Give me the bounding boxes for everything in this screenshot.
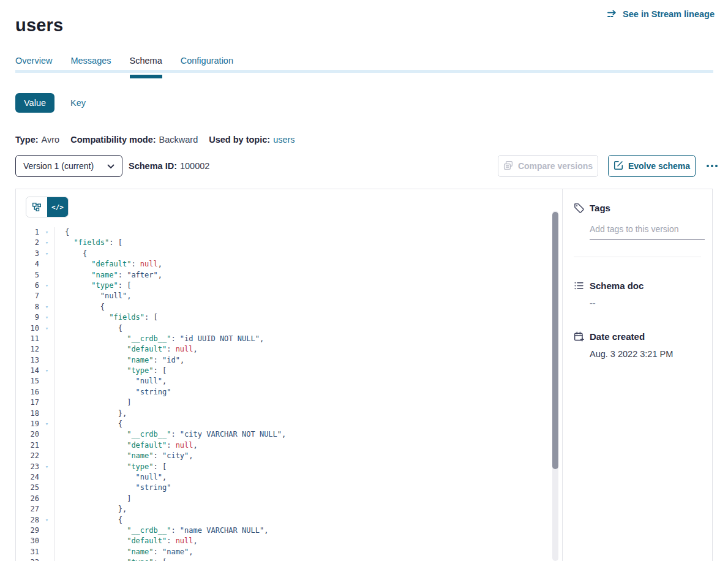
line-number: 6 — [16, 280, 39, 291]
date-created-heading: Date created — [590, 331, 645, 342]
version-select[interactable]: Version 1 (current) — [15, 155, 122, 177]
fold-toggle-icon — [39, 440, 54, 451]
code-text: "name": "name", — [54, 547, 552, 557]
code-line: 24 "null", — [16, 472, 552, 483]
code-text: "default": null, — [54, 440, 552, 451]
fold-toggle-icon[interactable]: ▾ — [39, 323, 54, 334]
fold-toggle-icon[interactable]: ▾ — [39, 280, 54, 291]
schema-doc-icon — [574, 280, 584, 291]
code-line: 3▾ { — [16, 249, 552, 259]
fold-toggle-icon[interactable]: ▾ — [39, 312, 54, 323]
code-line: 29 "__crdb__": "name VARCHAR NULL", — [16, 525, 552, 536]
code-line: 10▾ { — [16, 323, 552, 334]
topic-link[interactable]: users — [273, 135, 295, 145]
add-tags-input[interactable] — [590, 223, 705, 239]
line-number: 23 — [16, 462, 39, 472]
tab-underline-track — [15, 70, 713, 73]
line-number: 10 — [16, 323, 39, 334]
code-text: }, — [54, 504, 552, 514]
line-number: 13 — [16, 355, 39, 366]
fold-toggle-icon — [39, 376, 54, 386]
code-text: "name": "id", — [54, 355, 552, 366]
fold-toggle-icon[interactable]: ▾ — [39, 419, 54, 429]
sidebar-divider — [574, 257, 701, 257]
schema-doc-heading: Schema doc — [590, 280, 644, 291]
line-number: 28 — [16, 515, 39, 525]
code-line: 5 "name": "after", — [16, 270, 552, 280]
key-toggle-link[interactable]: Key — [70, 98, 86, 108]
fold-toggle-icon — [39, 270, 54, 280]
editor-scrollbar[interactable] — [552, 211, 558, 561]
code-text: "string" — [54, 483, 552, 493]
code-text: "string" — [54, 387, 552, 397]
fold-toggle-icon[interactable]: ▾ — [39, 227, 54, 238]
code-line: 20 "__crdb__": "city VARCHAR NOT NULL", — [16, 429, 552, 440]
line-number: 30 — [16, 536, 39, 546]
line-number: 3 — [16, 249, 39, 259]
fold-toggle-icon — [39, 344, 54, 355]
fold-toggle-icon[interactable]: ▾ — [39, 302, 54, 312]
tab-schema[interactable]: Schema — [130, 56, 162, 78]
line-number: 11 — [16, 334, 39, 344]
code-line: 1▾{ — [16, 227, 552, 238]
fold-toggle-icon[interactable]: ▾ — [39, 249, 54, 259]
chevron-down-icon — [107, 161, 114, 171]
fold-toggle-icon[interactable]: ▾ — [39, 462, 54, 472]
code-text: "name": "after", — [54, 270, 552, 280]
line-number: 32 — [16, 557, 39, 561]
code-line: 16 "string" — [16, 387, 552, 397]
line-number: 1 — [16, 227, 39, 238]
code-line: 18 }, — [16, 409, 552, 419]
tab-overview[interactable]: Overview — [15, 56, 52, 78]
code-line: 28▾ { — [16, 515, 552, 525]
tree-view-button[interactable] — [26, 197, 47, 217]
evolve-schema-button[interactable]: Evolve schema — [608, 155, 696, 177]
code-line: 30 "default": null, — [16, 536, 552, 546]
fold-toggle-icon[interactable]: ▾ — [39, 515, 54, 525]
fold-toggle-icon[interactable]: ▾ — [39, 238, 54, 248]
evolve-schema-icon — [614, 160, 623, 172]
editor-scrollbar-thumb[interactable] — [552, 212, 558, 469]
line-number: 15 — [16, 376, 39, 386]
fold-toggle-icon[interactable]: ▾ — [39, 366, 54, 376]
code-line: 11 "__crdb__": "id UUID NOT NULL", — [16, 334, 552, 344]
fold-toggle-icon — [39, 536, 54, 546]
code-text: "default": null, — [54, 344, 552, 355]
see-in-stream-lineage-link[interactable]: See in Stream lineage — [607, 9, 715, 19]
line-number: 31 — [16, 547, 39, 557]
code-text: { — [54, 302, 552, 312]
code-text: "default": null, — [54, 536, 552, 546]
code-text: "fields": [ — [54, 238, 552, 248]
compare-versions-icon — [503, 160, 513, 172]
tab-configuration[interactable]: Configuration — [181, 56, 233, 78]
fold-toggle-icon — [39, 259, 54, 269]
code-text: ] — [54, 397, 552, 408]
compare-versions-button[interactable]: Compare versions — [498, 155, 598, 177]
code-line: 19▾ { — [16, 419, 552, 429]
more-options-button[interactable] — [702, 160, 722, 171]
code-view-button[interactable]: </> — [47, 197, 68, 217]
fold-toggle-icon — [39, 504, 54, 514]
schema-editor[interactable]: </> 1▾{2▾ "fields": [3▾ {4 "default": nu… — [16, 189, 562, 561]
code-text: ] — [54, 494, 552, 504]
code-lines[interactable]: 1▾{2▾ "fields": [3▾ {4 "default": null,5… — [16, 227, 552, 561]
code-line: 23▾ "type": [ — [16, 462, 552, 472]
fold-toggle-icon — [39, 494, 54, 504]
line-number: 17 — [16, 397, 39, 408]
fold-toggle-icon — [39, 429, 54, 440]
code-line: 32▾ "type": [ — [16, 557, 552, 561]
code-line: 6▾ "type": [ — [16, 280, 552, 291]
value-toggle-button[interactable]: Value — [15, 93, 54, 113]
line-number: 14 — [16, 366, 39, 376]
date-created-section: Date created Aug. 3 2022 3:21 PM — [574, 331, 712, 359]
code-line: 25 "string" — [16, 483, 552, 493]
schema-panel: </> 1▾{2▾ "fields": [3▾ {4 "default": nu… — [15, 189, 713, 561]
version-toolbar: Version 1 (current) Schema ID:100002 Com… — [0, 155, 728, 177]
schema-id: Schema ID:100002 — [129, 155, 209, 177]
stream-lineage-icon — [607, 10, 618, 19]
fold-toggle-icon — [39, 355, 54, 366]
code-line: 22 "name": "city", — [16, 451, 552, 461]
line-number: 24 — [16, 472, 39, 483]
tab-messages[interactable]: Messages — [70, 56, 111, 78]
fold-toggle-icon[interactable]: ▾ — [39, 557, 54, 561]
